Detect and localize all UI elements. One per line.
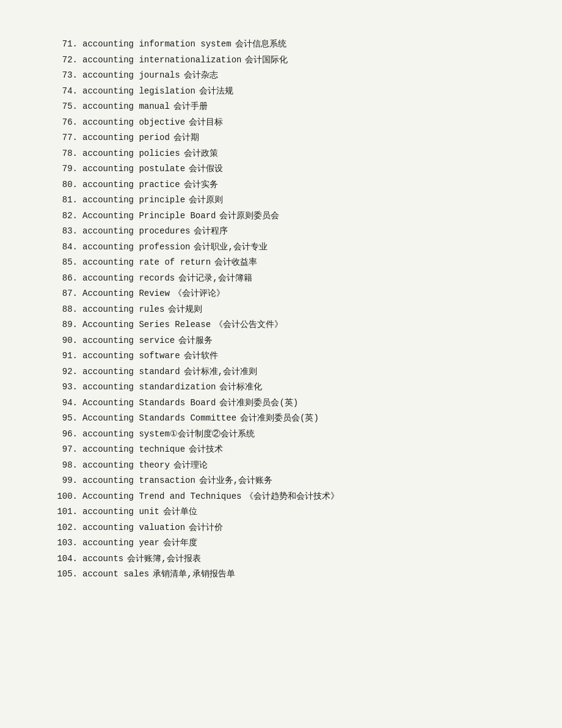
entry-number: 73.: [49, 68, 82, 83]
entry-english: account sales: [82, 567, 149, 582]
list-item: 90.accounting service会计服务: [49, 333, 513, 348]
entry-number: 98.: [49, 458, 82, 473]
entry-chinese: 会计目标: [189, 115, 223, 130]
entry-chinese: 会计杂志: [184, 68, 218, 83]
list-item: 92.accounting standard会计标准,会计准则: [49, 364, 513, 380]
entry-chinese: 会计期: [173, 130, 199, 145]
entry-number: 83.: [49, 224, 82, 239]
list-item: 101.accounting unit会计单位: [49, 504, 513, 520]
entry-chinese: 会计原则: [189, 193, 223, 208]
list-item: 88.accounting rules会计规则: [49, 302, 513, 317]
entry-english: accounting transaction: [82, 473, 195, 488]
entry-english: accounting manual: [82, 99, 170, 114]
entry-english: accounting practice: [82, 177, 180, 193]
entry-number: 78.: [49, 146, 82, 161]
list-item: 94.Accounting Standards Board会计准则委员会(英): [49, 395, 513, 411]
list-item: 84.accounting profession会计职业,会计专业: [49, 240, 513, 255]
entry-chinese: 会计收益率: [214, 255, 257, 270]
list-item: 77.accounting period会计期: [49, 130, 513, 145]
entry-chinese: 《会计趋势和会计技术》: [245, 489, 339, 504]
entry-number: 85.: [49, 255, 82, 270]
entry-english: Accounting Series Release: [82, 317, 211, 333]
entry-chinese: 会计单位: [163, 504, 197, 520]
list-item: 85.accounting rate of return会计收益率: [49, 255, 513, 270]
entry-chinese: 承销清单,承销报告单: [153, 567, 235, 582]
list-item: 104.accounts会计账簿,会计报表: [49, 551, 513, 567]
list-item: 86.accounting records会计记录,会计簿籍: [49, 271, 513, 286]
list-item: 105.account sales承销清单,承销报告单: [49, 567, 513, 582]
list-item: 97.accounting technique会计技术: [49, 442, 513, 457]
entry-chinese: 会计标准,会计准则: [184, 364, 257, 380]
entry-number: 89.: [49, 317, 82, 333]
entry-number: 86.: [49, 271, 82, 286]
entry-english: accounting software: [82, 348, 180, 364]
entry-chinese: 会计业务,会计账务: [199, 473, 272, 488]
entry-english: accounting procedures: [82, 224, 190, 239]
entry-number: 96.: [49, 427, 82, 442]
entry-chinese: 会计职业,会计专业: [194, 240, 267, 255]
entry-number: 74.: [49, 84, 82, 99]
entry-english: accounting postulate: [82, 161, 185, 177]
entry-chinese: 会计软件: [184, 348, 218, 364]
entry-number: 101.: [49, 504, 82, 520]
entry-number: 95.: [49, 411, 82, 426]
entry-chinese: 会计账簿,会计报表: [127, 551, 200, 567]
entry-english: accounting objective: [82, 115, 185, 130]
list-item: 89.Accounting Series Release《会计公告文件》: [49, 317, 513, 333]
entry-english: Accounting Trend and Techniques: [82, 489, 241, 504]
entry-chinese: 会计记录,会计簿籍: [178, 271, 252, 286]
entry-english: Accounting Principle Board: [82, 208, 216, 224]
list-item: 80.accounting practice会计实务: [49, 177, 513, 193]
entry-number: 103.: [49, 535, 82, 551]
list-item: 102.accounting valuation会计计价: [49, 520, 513, 535]
list-item: 71.accounting information system会计信息系统: [49, 37, 513, 52]
entry-english: accounting principle: [82, 193, 185, 208]
entry-number: 99.: [49, 473, 82, 488]
entry-english: accounting journals: [82, 68, 180, 83]
entry-chinese: 会计法规: [199, 84, 233, 99]
entry-number: 84.: [49, 240, 82, 255]
entry-number: 97.: [49, 442, 82, 457]
entry-chinese: 会计信息系统: [235, 37, 286, 52]
list-item: 73.accounting journals会计杂志: [49, 68, 513, 83]
entry-chinese: 会计手册: [173, 99, 208, 114]
list-item: 100.Accounting Trend and Techniques《会计趋势…: [49, 489, 513, 504]
entry-chinese: 《会计评论》: [173, 286, 225, 301]
entry-english: accounting valuation: [82, 520, 185, 535]
list-item: 78.accounting policies会计政策: [49, 146, 513, 161]
entry-english: accounting service: [82, 333, 175, 348]
entry-chinese: 会计年度: [163, 535, 197, 551]
entry-number: 100.: [49, 489, 82, 504]
entry-chinese: 会计实务: [184, 177, 218, 193]
entry-english: accounting information system: [82, 37, 232, 52]
entry-english: accounting rate of return: [82, 255, 211, 270]
entry-english: Accounting Review: [82, 286, 170, 301]
entry-english: accounting period: [82, 130, 170, 145]
entry-english: accounting technique: [82, 442, 185, 457]
entry-chinese: 会计国际化: [245, 53, 288, 68]
entry-english: accounting standard: [82, 364, 180, 380]
list-item: 72.accounting internationalization会计国际化: [49, 53, 513, 68]
entry-number: 72.: [49, 53, 82, 68]
entry-english: accounting theory: [82, 458, 170, 473]
entry-english: Accounting Standards Committee: [82, 411, 236, 426]
list-item: 81.accounting principle会计原则: [49, 193, 513, 208]
entry-number: 104.: [49, 551, 82, 567]
entry-number: 88.: [49, 302, 82, 317]
entry-english: accounting unit: [82, 504, 159, 520]
entry-chinese: 会计技术: [189, 442, 223, 457]
list-item: 76.accounting objective会计目标: [49, 115, 513, 130]
list-item: 74.accounting legislation会计法规: [49, 84, 513, 99]
entry-number: 92.: [49, 364, 82, 380]
entry-chinese: 会计政策: [184, 146, 218, 161]
list-item: 87.Accounting Review《会计评论》: [49, 286, 513, 301]
entry-english: accounting internationalization: [82, 53, 241, 68]
entry-chinese: 会计计价: [189, 520, 223, 535]
entry-number: 87.: [49, 286, 82, 301]
entry-number: 102.: [49, 520, 82, 535]
entry-chinese: 会计假设: [189, 161, 223, 177]
entry-number: 81.: [49, 193, 82, 208]
entry-number: 77.: [49, 130, 82, 145]
list-item: 96.accounting system①会计制度②会计系统: [49, 427, 513, 442]
entry-number: 90.: [49, 333, 82, 348]
